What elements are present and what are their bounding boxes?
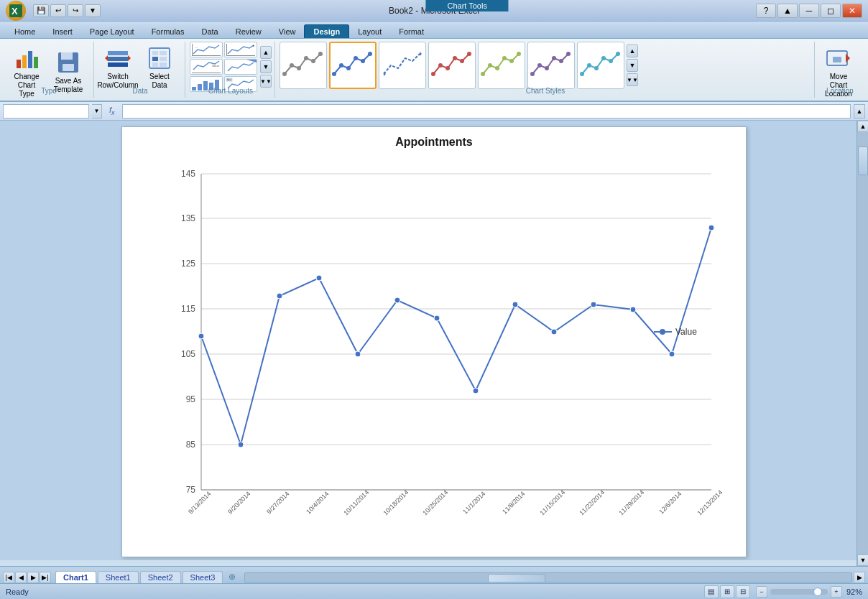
change-chart-type-icon: [14, 45, 40, 71]
sheet-tab-sheet2[interactable]: Sheet2: [140, 571, 181, 583]
group-type-label: Type: [4, 87, 93, 95]
close-btn[interactable]: ✕: [842, 4, 862, 18]
svg-text:75: 75: [186, 485, 196, 495]
style-thumb-4[interactable]: [428, 42, 476, 89]
tab-insert[interactable]: Insert: [44, 25, 81, 38]
svg-text:10/18/2014: 10/18/2014: [382, 488, 410, 516]
chart-layouts-section: — ●: [190, 42, 272, 92]
style-thumb-7[interactable]: [577, 42, 624, 89]
layout-thumb-3[interactable]: Value: [190, 59, 223, 75]
customize-btn[interactable]: ▼: [85, 4, 101, 17]
name-box-arrow[interactable]: ▼: [92, 104, 102, 119]
page-layout-view-btn[interactable]: ⊞: [720, 585, 734, 598]
tab-design[interactable]: Design: [304, 24, 349, 38]
style-scroll-down[interactable]: ▼: [627, 59, 638, 72]
save-btn[interactable]: 💾: [33, 4, 49, 17]
restore-btn[interactable]: ◻: [821, 4, 841, 18]
svg-text:Value: Value: [212, 64, 220, 68]
scroll-down-btn[interactable]: ▼: [857, 554, 868, 560]
ribbon-toggle-btn[interactable]: ▲: [777, 4, 798, 18]
svg-point-65: [545, 66, 549, 70]
layout-scroll-expand[interactable]: ▼▼: [260, 75, 272, 88]
ribbon: ChangeChart Type Save AsTemplate Type: [0, 39, 868, 102]
layout-thumb-2[interactable]: ●: [224, 42, 257, 57]
svg-text:135: 135: [181, 213, 195, 223]
view-buttons: ▤ ⊞ ⊟: [704, 585, 750, 598]
svg-rect-8: [63, 64, 74, 71]
svg-rect-10: [108, 57, 128, 61]
style-thumb-1[interactable]: [280, 42, 327, 89]
style-thumb-5[interactable]: [478, 42, 525, 89]
svg-point-41: [311, 59, 315, 63]
svg-marker-12: [128, 55, 131, 61]
scroll-thumb-v[interactable]: [858, 147, 868, 175]
svg-point-67: [559, 59, 563, 63]
quick-access: 💾 ↩ ↪ ▼: [33, 4, 101, 17]
sheet-tab-sheet3[interactable]: Sheet3: [183, 571, 223, 583]
tab-data[interactable]: Data: [193, 25, 226, 38]
status-text: Ready: [6, 588, 29, 596]
tab-formulas[interactable]: Formulas: [143, 25, 193, 38]
style-thumb-3[interactable]: [379, 42, 426, 89]
tab-format[interactable]: Format: [390, 25, 433, 38]
svg-point-120: [591, 302, 596, 307]
page-break-view-btn[interactable]: ⊟: [736, 585, 750, 598]
tab-page-layout[interactable]: Page Layout: [81, 25, 143, 38]
sheet-prev-btn[interactable]: ◀: [15, 572, 27, 583]
save-as-template-icon: [55, 50, 81, 75]
svg-rect-27: [192, 73, 221, 73]
svg-rect-76: [833, 57, 841, 62]
style-scroll-up[interactable]: ▲: [627, 45, 638, 57]
formula-input[interactable]: [122, 104, 851, 119]
normal-view-btn[interactable]: ▤: [704, 585, 719, 598]
layout-thumb-4[interactable]: [224, 59, 257, 75]
group-location-label: Location: [816, 87, 864, 95]
tab-layout[interactable]: Layout: [349, 25, 390, 38]
style-scroll-expand[interactable]: ▼▼: [627, 73, 638, 86]
layout-scroll-down[interactable]: ▼: [260, 60, 272, 73]
svg-text:10/4/2014: 10/4/2014: [305, 490, 330, 515]
tab-review[interactable]: Review: [227, 25, 270, 38]
zoom-slider[interactable]: [770, 589, 828, 595]
select-data-btn[interactable]: SelectData: [140, 42, 179, 93]
svg-point-114: [355, 351, 361, 357]
style-thumb-6[interactable]: [527, 42, 575, 89]
svg-point-46: [354, 56, 358, 60]
fx-button[interactable]: fx: [105, 105, 119, 117]
chart-tools-label: Chart Tools: [425, 0, 508, 11]
zoom-thumb[interactable]: [813, 588, 822, 596]
style-thumb-2[interactable]: [329, 42, 377, 89]
svg-point-72: [601, 56, 606, 60]
sheet-tab-sheet1[interactable]: Sheet1: [98, 571, 139, 583]
undo-btn[interactable]: ↩: [50, 4, 66, 17]
sheet-tab-chart1[interactable]: Chart1: [55, 571, 96, 583]
chart-container[interactable]: Appointments 75 85 95 105: [121, 126, 747, 557]
sheet-first-btn[interactable]: |◀: [3, 572, 14, 583]
zoom-out-btn[interactable]: −: [756, 586, 767, 598]
sheet-last-btn[interactable]: ▶|: [40, 572, 51, 583]
minimize-btn[interactable]: ─: [799, 4, 819, 18]
vertical-scrollbar[interactable]: ▲ ▼: [857, 121, 868, 560]
svg-point-53: [445, 66, 450, 70]
zoom-in-btn[interactable]: +: [831, 586, 842, 598]
h-scroll-right-btn[interactable]: ▶: [854, 572, 865, 583]
svg-point-38: [290, 63, 294, 68]
switch-row-col-btn[interactable]: SwitchRow/Column: [98, 42, 137, 93]
help-btn[interactable]: ?: [756, 4, 776, 18]
chart-title: Appointments: [122, 127, 746, 152]
h-scroll-thumb[interactable]: [488, 574, 545, 582]
scroll-up-btn[interactable]: ▲: [857, 121, 868, 132]
tab-view[interactable]: View: [270, 25, 305, 38]
add-sheet-btn[interactable]: ⊕: [224, 570, 240, 583]
tab-home[interactable]: Home: [6, 25, 44, 38]
sheet-next-btn[interactable]: ▶: [27, 572, 39, 583]
layout-thumb-1[interactable]: —: [190, 42, 223, 57]
svg-point-68: [566, 52, 571, 56]
svg-text:9/27/2014: 9/27/2014: [265, 490, 290, 515]
svg-rect-24: [226, 55, 255, 56]
svg-point-71: [594, 66, 599, 70]
redo-btn[interactable]: ↪: [68, 4, 83, 17]
layout-scroll-up[interactable]: ▲: [260, 46, 272, 59]
svg-text:X: X: [11, 6, 18, 17]
chart-svg: 75 85 95 105 115 125 135 145 9/13/2014 9…: [158, 159, 740, 533]
